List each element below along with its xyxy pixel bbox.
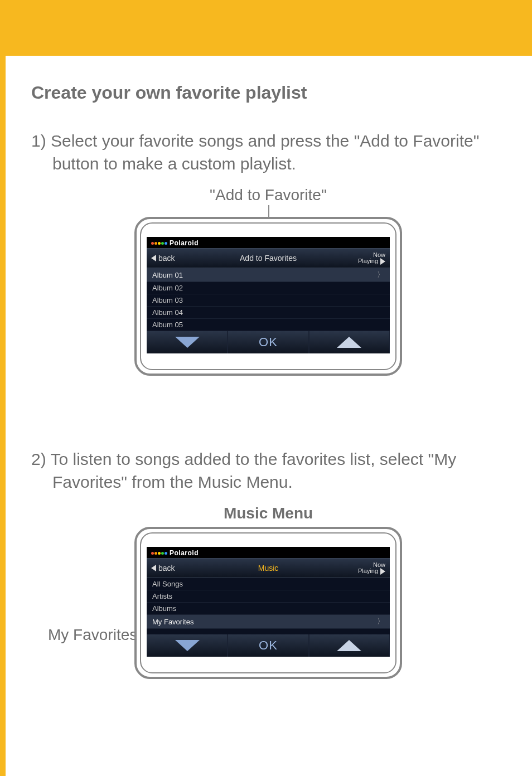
album-list: Album 01 〉 Album 02 Album 03 Album 04 Al… bbox=[147, 268, 390, 331]
up-arrow-icon bbox=[337, 640, 361, 651]
back-arrow-icon bbox=[151, 255, 156, 261]
device-bezel-1: Polaroid back Add to Favorites Now bbox=[140, 222, 396, 370]
up-arrow-icon bbox=[337, 337, 361, 348]
list-item[interactable]: Album 04 bbox=[147, 307, 390, 319]
now-playing-button[interactable]: Now Playing bbox=[337, 249, 390, 268]
playing-label: Playing bbox=[358, 568, 378, 574]
down-button[interactable] bbox=[147, 634, 228, 657]
list-item[interactable]: All Songs bbox=[147, 578, 390, 590]
list-item[interactable]: My Favorites 〉 bbox=[147, 615, 390, 629]
list-item[interactable]: Album 05 bbox=[147, 319, 390, 331]
now-label: Now bbox=[373, 562, 385, 568]
brand-text: Polaroid bbox=[170, 239, 199, 247]
footer-controls-1: OK bbox=[147, 331, 390, 353]
device-frame-1: Polaroid back Add to Favorites Now bbox=[134, 217, 402, 376]
music-menu-list: All Songs Artists Albums My Favorites 〉 bbox=[147, 578, 390, 634]
back-label: back bbox=[158, 564, 175, 573]
footer-controls-2: OK bbox=[147, 634, 390, 657]
step-1-text: 1) Select your favorite songs and press … bbox=[31, 130, 505, 175]
ok-button[interactable]: OK bbox=[228, 634, 308, 657]
page-title: Create your own favorite playlist bbox=[31, 83, 505, 103]
ok-label: OK bbox=[259, 638, 278, 653]
list-item-label: Album 02 bbox=[152, 284, 183, 292]
ok-label: OK bbox=[259, 335, 278, 350]
music-menu-callout: Music Menu bbox=[31, 505, 505, 522]
up-button[interactable] bbox=[309, 634, 390, 657]
back-button[interactable]: back bbox=[147, 559, 200, 578]
list-item-label: Album 01 bbox=[152, 271, 183, 279]
list-item[interactable]: Album 03 bbox=[147, 294, 390, 307]
figure-2: My Favorites Polaroid bbox=[31, 527, 505, 739]
list-item-label: Album 04 bbox=[152, 308, 183, 317]
polaroid-logo-icon bbox=[151, 242, 167, 245]
chevron-right-icon: 〉 bbox=[377, 270, 384, 280]
list-item[interactable]: Albums bbox=[147, 603, 390, 615]
list-item-label: Albums bbox=[152, 604, 176, 613]
page-content: Create your own favorite playlist 1) Sel… bbox=[0, 56, 532, 739]
brand-row: Polaroid bbox=[147, 547, 390, 558]
list-item[interactable]: Album 01 〉 bbox=[147, 268, 390, 282]
back-arrow-icon bbox=[151, 565, 156, 571]
screen-title-2: Music bbox=[200, 559, 337, 578]
down-arrow-icon bbox=[175, 337, 200, 348]
brand-row: Polaroid bbox=[147, 237, 390, 248]
left-banner bbox=[0, 56, 6, 776]
device-screen-1: Polaroid back Add to Favorites Now bbox=[147, 237, 390, 353]
back-label: back bbox=[158, 254, 175, 263]
device-screen-2: Polaroid back Music Now bbox=[147, 547, 390, 657]
list-item[interactable]: Album 02 bbox=[147, 282, 390, 294]
list-item-label: All Songs bbox=[152, 580, 183, 588]
playing-label: Playing bbox=[358, 258, 378, 264]
device-bezel-2: Polaroid back Music Now bbox=[140, 532, 396, 673]
figure-1: "Add to Favorite" Polaroid bbox=[31, 186, 505, 420]
forward-arrow-icon bbox=[380, 258, 385, 265]
now-playing-button[interactable]: Now Playing bbox=[337, 559, 390, 578]
screen-header-2: back Music Now Playing bbox=[147, 558, 390, 578]
list-item-label: Artists bbox=[152, 592, 172, 600]
step-2-text: 2) To listen to songs added to the favor… bbox=[31, 448, 505, 493]
up-button[interactable] bbox=[309, 331, 390, 353]
ok-button[interactable]: OK bbox=[228, 331, 308, 353]
add-to-favorite-callout: "Add to Favorite" bbox=[31, 186, 505, 204]
brand-text: Polaroid bbox=[170, 549, 199, 557]
screen-header-1: back Add to Favorites Now Playing bbox=[147, 248, 390, 268]
list-item-label: Album 05 bbox=[152, 321, 183, 329]
list-item[interactable]: Artists bbox=[147, 590, 390, 603]
chevron-right-icon: 〉 bbox=[377, 617, 384, 627]
list-spacer bbox=[147, 629, 390, 634]
list-item-label: Album 03 bbox=[152, 296, 183, 304]
screen-title-1: Add to Favorites bbox=[200, 249, 337, 268]
down-button[interactable] bbox=[147, 331, 228, 353]
forward-arrow-icon bbox=[380, 568, 385, 575]
down-arrow-icon bbox=[175, 640, 200, 651]
list-item-label: My Favorites bbox=[152, 618, 194, 626]
top-banner bbox=[0, 0, 532, 56]
device-frame-2: Polaroid back Music Now bbox=[134, 527, 402, 679]
back-button[interactable]: back bbox=[147, 249, 200, 268]
polaroid-logo-icon bbox=[151, 552, 167, 555]
now-label: Now bbox=[373, 252, 385, 258]
